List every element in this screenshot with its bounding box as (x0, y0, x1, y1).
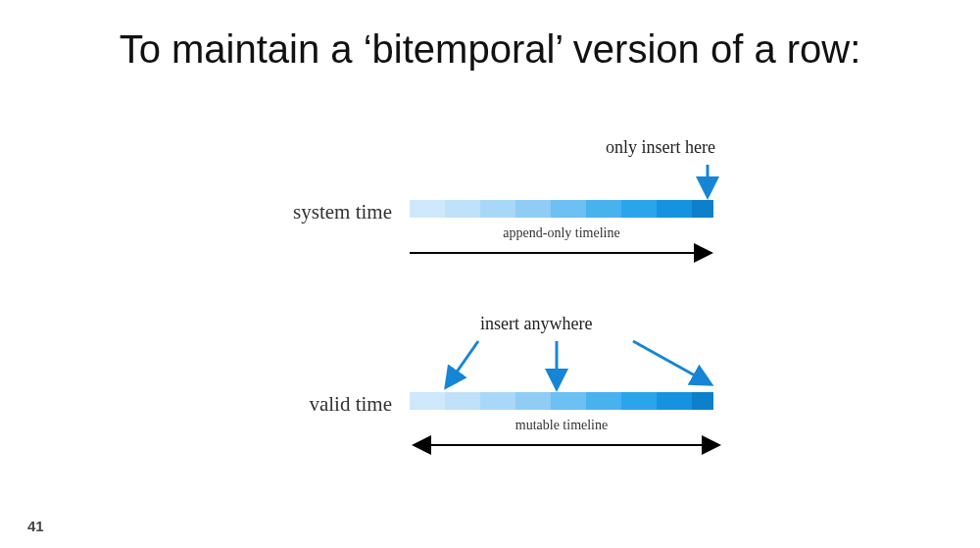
system-time-bar (410, 200, 713, 218)
svg-line-4 (633, 341, 704, 380)
valid-time-label: valid time (309, 392, 392, 417)
valid-insert-arrows-icon (410, 337, 743, 392)
page-number: 41 (27, 518, 44, 534)
system-time-label: system time (293, 200, 392, 224)
mutable-arrow-icon (402, 435, 731, 455)
valid-time-bar (410, 392, 713, 410)
system-insert-arrow-icon (696, 165, 719, 200)
system-annotation: only insert here (606, 137, 715, 158)
append-only-arrow-icon (410, 243, 723, 263)
valid-sub-label: mutable timeline (410, 418, 713, 433)
slide-title: To maintain a ‘bitemporal’ version of a … (0, 27, 980, 72)
svg-line-2 (451, 341, 478, 380)
valid-annotation: insert anywhere (480, 314, 592, 334)
system-sub-label: append-only timeline (410, 225, 713, 241)
